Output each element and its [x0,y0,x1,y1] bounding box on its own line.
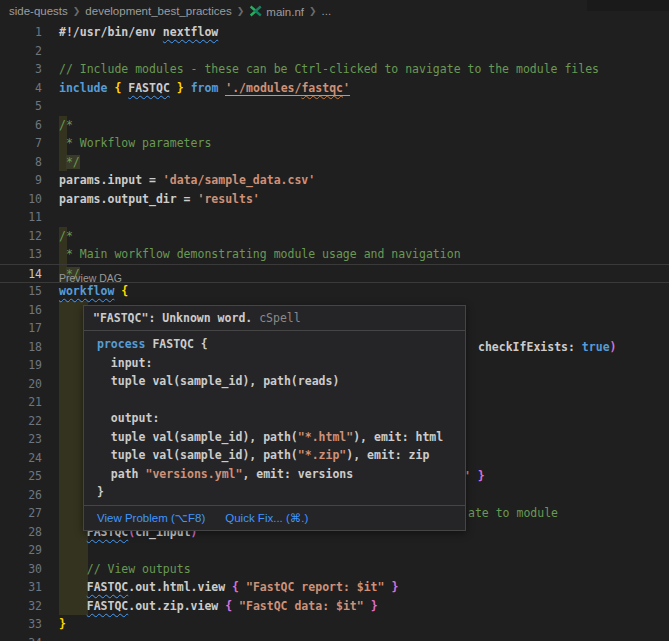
code-text: /* [59,227,73,246]
line-number: 29 [0,541,42,560]
code-text: // View outputs [59,560,191,579]
token-keyword: include [59,81,114,95]
token-comment: // View outputs [87,562,191,576]
breadcrumb-separator: ❯ [232,6,250,16]
token-text: ), emit: zip [346,448,429,462]
scrollbar-corner-shade [587,0,669,11]
code-line-31[interactable]: 31 FASTQC.out.html.view { "FastQC report… [0,578,669,597]
code-text: FASTQC.out.html.view { "FastQC report: $… [59,578,398,597]
line-number: 20 [0,375,42,394]
breadcrumb-separator: ❯ [304,6,322,16]
diagnostic-hover: "FASTQC": Unknown word. cSpell process F… [83,305,466,531]
code-text: * Workflow parameters [59,134,211,153]
line-number: 2 [0,42,42,61]
token-string: "*.html" [298,430,353,444]
token-text: path [97,467,145,481]
code-text: #!/usr/bin/env nextflow [59,23,218,42]
token-text [364,599,371,613]
token-text: .out.html.view [128,580,232,594]
line-number: 34 [0,634,42,641]
code-fragment-line-25: ' } [464,467,485,486]
quick-fix-action[interactable]: Quick Fix... (⌘.) [225,511,308,525]
line-number: 13 [0,245,42,264]
code-text: */ [59,153,80,172]
code-line-2[interactable]: 2 [0,42,669,61]
token-bracket2: } [478,469,485,483]
line-number: 33 [0,615,42,634]
token-bracket1: } [177,81,184,95]
line-number: 5 [0,97,42,116]
code-line-29[interactable]: 29 [0,541,669,560]
codelens-preview-dag[interactable]: Preview DAG [59,272,122,284]
code-line-12[interactable]: 12/* [0,227,669,246]
token-text [184,81,191,95]
line-number: 31 [0,578,42,597]
code-line-9[interactable]: 9params.input = 'data/sample_data.csv' [0,171,669,190]
breadcrumb-item--[interactable]: ... [322,5,332,17]
line-number: 4 [0,79,42,98]
code-line-4[interactable]: 4include { FASTQC } from './modules/fast… [0,79,669,98]
hover-diagnostic-source: cSpell [259,311,301,325]
code-line-5[interactable]: 5 [0,97,669,116]
token-keyword-sq: workflow [59,284,114,298]
token-text [59,580,87,594]
token-text: FASTQC { [145,337,207,351]
code-line-10[interactable]: 10params.output_dir = 'results' [0,190,669,209]
token-comment: * Main workflow demonstrating module usa… [59,247,461,261]
line-number: 28 [0,523,42,542]
breadcrumb-item-main-nf[interactable]: main.nf [249,4,304,18]
token-text: tuple val(sample_id), path(reads) [97,374,339,388]
code-line-32[interactable]: 32 FASTQC.out.zip.view { "FastQC data: $… [0,597,669,616]
line-number: 7 [0,134,42,153]
hover-code-line: tuple val(sample_id), path(reads) [97,372,459,391]
code-line-1[interactable]: 1#!/usr/bin/env nextflow [0,23,669,42]
hover-diagnostic-message: "FASTQC": Unknown word. cSpell [84,306,465,331]
line-number: 25 [0,467,42,486]
code-line-33[interactable]: 33} [0,615,669,634]
token-text: params.input = [59,173,163,187]
token-text [59,599,87,613]
code-line-34[interactable]: 34 [0,634,669,641]
code-line-15[interactable]: 15workflow { [0,282,669,301]
token-keyword: from [191,81,219,95]
token-comment: // Include modules - these can be Ctrl-c… [59,62,599,76]
line-number: 32 [0,597,42,616]
code-line-30[interactable]: 30 // View outputs [0,560,669,579]
token-text: .out.zip.view [128,599,225,613]
breadcrumb-item-side-quests[interactable]: side-quests [9,5,68,17]
code-line-7[interactable]: 7 * Workflow parameters [0,134,669,153]
line-number: 9 [0,171,42,190]
line-number: 10 [0,190,42,209]
line-number: 22 [0,412,42,431]
hover-code-line: path "versions.yml", emit: versions [97,465,459,484]
line-number: 1 [0,23,42,42]
code-text: include { FASTQC } from './modules/fastq… [59,79,350,98]
view-problem-action[interactable]: View Problem (⌥F8) [97,511,205,525]
code-editor[interactable]: 1#!/usr/bin/env nextflow23// Include mod… [0,22,669,641]
token-string: "FastQC report: $it" [246,580,384,594]
token-comment: /* [59,229,73,243]
line-number: 11 [0,208,42,227]
code-text: /* [59,116,73,135]
breadcrumb-item-development-best-practices[interactable]: development_best_practices [85,5,231,17]
token-string: 'data/sample_data.csv' [163,173,315,187]
code-line-11[interactable]: 11 [0,208,669,227]
code-line-8[interactable]: 8 */ [0,153,669,172]
token-text [170,81,177,95]
line-number: 6 [0,116,42,135]
token-string: "versions.yml" [145,467,242,481]
code-line-13[interactable]: 13 * Main workflow demonstrating module … [0,245,669,264]
token-comment: /* [59,118,73,132]
line-number: 17 [0,319,42,338]
code-line-6[interactable]: 6/* [0,116,669,135]
hover-code-line: tuple val(sample_id), path("*.zip"), emi… [97,446,459,465]
hover-code-line: tuple val(sample_id), path("*.html"), em… [97,428,459,447]
token-text: #!/usr/bin/env [59,25,163,39]
token-text: input: [97,356,152,370]
token-text: , emit: versions [242,467,353,481]
code-line-3[interactable]: 3// Include modules - these can be Ctrl-… [0,60,669,79]
token-text: checkIfExists: [478,340,582,354]
token-bracket2: } [391,580,398,594]
token-string: "*.zip" [298,448,346,462]
token-text: tuple val(sample_id), path( [97,430,298,444]
